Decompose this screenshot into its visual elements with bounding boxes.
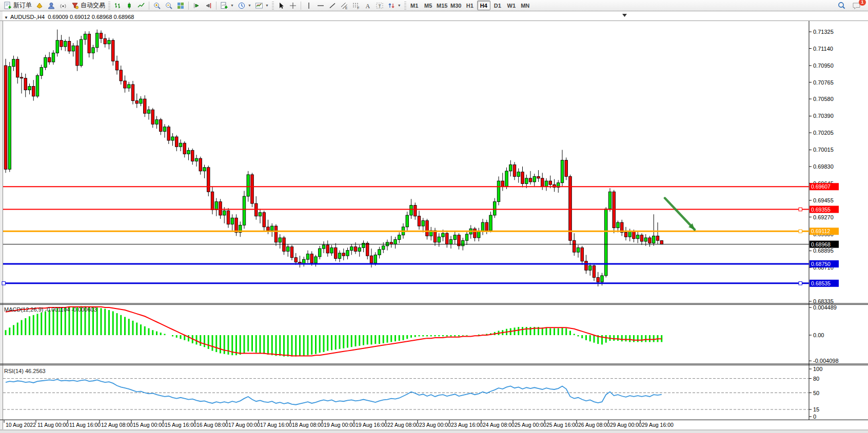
candlestick-chart-button[interactable] xyxy=(124,1,135,10)
timeframe-h1-button[interactable]: H1 xyxy=(463,1,477,10)
candle-body xyxy=(219,202,222,215)
candle-body xyxy=(338,253,341,259)
toolbar-grip xyxy=(108,2,110,10)
candle-body xyxy=(418,216,421,226)
time-axis[interactable]: 10 Aug 202211 Aug 00:0011 Aug 16:0012 Au… xyxy=(4,420,674,428)
trendline-button[interactable] xyxy=(327,1,338,10)
candle-body xyxy=(112,40,115,61)
timeframe-h4-button[interactable]: H4 xyxy=(477,1,490,10)
auto-scroll-button[interactable] xyxy=(191,1,202,10)
line-drag-marker[interactable] xyxy=(799,282,802,285)
window-left-edge xyxy=(0,11,3,430)
candle-body xyxy=(88,34,91,53)
candle-body xyxy=(644,238,647,241)
zoom-in-icon xyxy=(153,2,161,10)
text-label-button[interactable]: T xyxy=(374,1,385,10)
candle-body xyxy=(640,235,643,241)
line-drag-marker[interactable] xyxy=(799,230,802,233)
search-button[interactable] xyxy=(836,1,847,10)
chart-symbol-period: AUDUSD-,H4 xyxy=(10,14,45,20)
trendline-icon xyxy=(328,2,337,10)
candle-body xyxy=(24,78,27,90)
crosshair-button[interactable] xyxy=(287,1,299,10)
chart-canvas[interactable]: 0.713250.711400.709500.707650.705800.703… xyxy=(0,11,868,433)
tile-windows-icon xyxy=(176,2,185,10)
candle-body xyxy=(167,127,170,140)
candle-body xyxy=(438,237,441,242)
new-order-button[interactable]: 新订单 xyxy=(2,1,33,10)
zoom-out-button[interactable] xyxy=(163,1,174,10)
auto-trading-icon xyxy=(71,2,79,10)
candle-body xyxy=(290,247,293,258)
signals-button[interactable] xyxy=(57,1,69,10)
charts-button[interactable] xyxy=(34,1,45,10)
candle-body xyxy=(545,181,548,187)
candle-body xyxy=(474,229,477,238)
svg-text:0.70205: 0.70205 xyxy=(813,130,834,136)
svg-text:0.68895: 0.68895 xyxy=(813,248,834,254)
auto-trading-button[interactable]: 自动交易 xyxy=(69,1,107,10)
line-drag-marker[interactable] xyxy=(799,208,802,211)
templates-button[interactable]: ▼ xyxy=(253,1,270,10)
candle-body xyxy=(151,110,154,124)
chart-shift-icon xyxy=(204,2,212,10)
indicators-icon xyxy=(220,2,228,10)
chart-window[interactable]: ▼AUDUSD-,H40.69009 0.69012 0.68968 0.689… xyxy=(0,11,868,433)
svg-text:0: 0 xyxy=(813,414,816,420)
svg-text:23 Aug 00:00: 23 Aug 00:00 xyxy=(419,422,451,428)
zoom-in-button[interactable] xyxy=(151,1,163,10)
vertical-line-button[interactable] xyxy=(303,1,314,10)
svg-text:0.70765: 0.70765 xyxy=(813,79,834,86)
notifications-button[interactable]: 1 xyxy=(851,1,863,10)
candle-body xyxy=(342,253,345,256)
fibonacci-button[interactable]: F xyxy=(350,1,362,10)
candle-body xyxy=(140,99,143,104)
svg-text:11 Aug 16:00: 11 Aug 16:00 xyxy=(69,422,101,428)
timeframe-mn-button[interactable]: MN xyxy=(519,1,532,10)
candle-body xyxy=(247,175,250,196)
svg-text:19 Aug 16:00: 19 Aug 16:00 xyxy=(356,422,387,428)
horizontal-line-button[interactable] xyxy=(315,1,326,10)
timeframe-d1-button[interactable]: D1 xyxy=(491,1,504,10)
chart-shift-button[interactable] xyxy=(203,1,214,10)
profile-button[interactable] xyxy=(46,1,57,10)
timeframe-m1-button[interactable]: M1 xyxy=(408,1,421,10)
timeframe-w1-button[interactable]: W1 xyxy=(505,1,518,10)
candle-body xyxy=(426,221,429,236)
new-order-icon xyxy=(4,2,12,10)
bar-chart-button[interactable] xyxy=(112,1,123,10)
candle-body xyxy=(478,232,481,238)
timeframe-m15-button[interactable]: M15 xyxy=(436,1,449,10)
svg-text:0.68335: 0.68335 xyxy=(813,298,834,304)
line-chart-button[interactable] xyxy=(135,1,147,10)
equidistant-channel-button[interactable]: E xyxy=(339,1,350,10)
line-drag-marker[interactable] xyxy=(2,282,5,285)
candle-body xyxy=(648,238,652,243)
candle-body xyxy=(354,247,357,252)
svg-text:0.004489: 0.004489 xyxy=(813,304,837,311)
candlestick-chart-icon xyxy=(125,2,133,10)
candle-body xyxy=(394,239,397,244)
one-click-trading-collapse-icon[interactable]: ▼ xyxy=(4,15,8,20)
chart-ohlc-values: 0.69009 0.69012 0.68968 0.68968 xyxy=(48,14,134,20)
timeframe-m30-button[interactable]: M30 xyxy=(449,1,463,10)
chevron-down-icon: ▼ xyxy=(398,4,401,7)
candle-body xyxy=(449,239,452,244)
notification-badge: 1 xyxy=(859,0,866,6)
search-icon xyxy=(837,1,846,10)
candle-body xyxy=(44,57,47,67)
timeframe-m5-button[interactable]: M5 xyxy=(422,1,435,10)
candle-body xyxy=(624,232,627,237)
text-button[interactable]: A xyxy=(362,1,373,10)
periods-button[interactable]: ▼ xyxy=(236,1,253,10)
tile-windows-button[interactable] xyxy=(175,1,186,10)
candle-body xyxy=(203,168,206,171)
svg-text:0.69355: 0.69355 xyxy=(811,207,831,213)
candle-body xyxy=(529,178,532,182)
svg-text:17 Aug 16:00: 17 Aug 16:00 xyxy=(260,422,292,428)
cursor-button[interactable] xyxy=(275,1,287,10)
arrows-button[interactable]: ▼ xyxy=(386,1,403,10)
candle-body xyxy=(306,254,309,260)
svg-text:-0.004098: -0.004098 xyxy=(813,358,839,364)
indicators-button[interactable]: ▼ xyxy=(219,1,235,10)
